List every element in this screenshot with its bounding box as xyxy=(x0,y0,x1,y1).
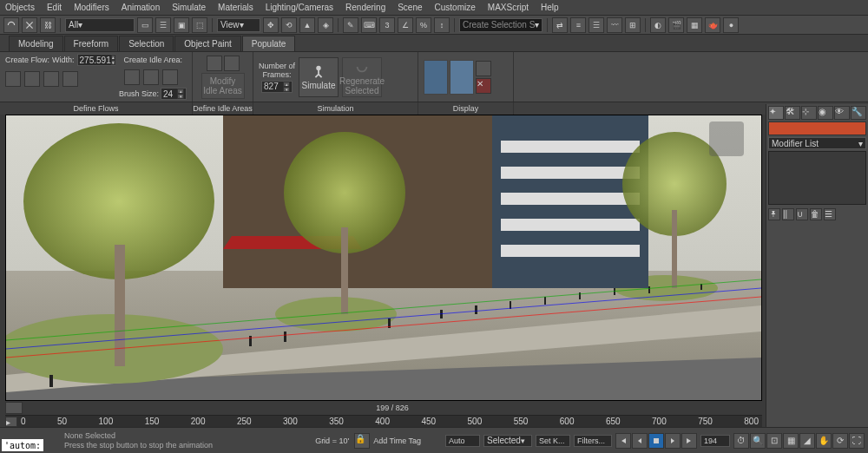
orbit-icon[interactable]: ⟳ xyxy=(832,433,848,449)
display-panel-tab-icon[interactable]: 👁 xyxy=(834,106,850,120)
layer-icon[interactable]: ☰ xyxy=(589,17,604,33)
menu-lighting[interactable]: Lighting/Cameras xyxy=(266,3,333,12)
pan-icon[interactable]: ✋ xyxy=(816,433,832,449)
flow-tool-2-icon[interactable] xyxy=(24,71,40,87)
modifier-list-dropdown[interactable]: Modifier List▾ xyxy=(768,137,866,149)
named-selection-combo[interactable]: Create Selection S▾ xyxy=(459,18,542,32)
time-slider[interactable]: 199 / 826 xyxy=(5,401,762,415)
idle-tool-1-icon[interactable] xyxy=(124,69,140,85)
unlink-icon[interactable] xyxy=(22,17,37,33)
object-color-swatch[interactable] xyxy=(768,121,866,135)
brush-size-spinner[interactable]: 24▴▾ xyxy=(161,88,187,100)
bind-icon[interactable]: ⛓ xyxy=(40,17,56,33)
zoom-extents-icon[interactable]: ▦ xyxy=(783,433,799,449)
render-icon[interactable]: 🫖 xyxy=(705,17,720,33)
select-name-icon[interactable]: ☰ xyxy=(155,17,171,33)
time-config-icon[interactable]: ⏱ xyxy=(733,433,749,449)
key-mode-combo[interactable]: Selected ▾ xyxy=(483,435,532,447)
create-panel-tab-icon[interactable]: ✦ xyxy=(768,106,784,120)
group-title-idle[interactable]: Define Idle Areas ▾ xyxy=(193,102,253,115)
schematic-icon[interactable]: ⊞ xyxy=(625,17,641,33)
render-setup-icon[interactable]: 🎬 xyxy=(668,17,684,33)
material-editor-icon[interactable]: ◐ xyxy=(650,17,666,33)
scale-icon[interactable]: ▲ xyxy=(299,17,315,33)
width-spinner[interactable]: 275.591▴▾ xyxy=(77,54,115,66)
add-time-tag[interactable]: Add Time Tag xyxy=(373,437,421,445)
goto-end-icon[interactable] xyxy=(681,433,697,449)
menu-edit[interactable]: Edit xyxy=(47,3,62,12)
setkey-button[interactable]: Set K... xyxy=(536,435,570,447)
tab-objectpaint[interactable]: Object Paint xyxy=(174,36,240,51)
render-frame-icon[interactable]: ▦ xyxy=(687,17,702,33)
tab-selection[interactable]: Selection xyxy=(119,36,174,51)
display-delete-icon[interactable]: ✕ xyxy=(476,78,491,94)
select-region-icon[interactable]: ▣ xyxy=(174,17,189,33)
current-frame-field[interactable]: 194 xyxy=(700,435,730,447)
move-icon[interactable]: ✥ xyxy=(263,17,279,33)
idle-tool-2-icon[interactable] xyxy=(143,69,159,85)
menu-objects[interactable]: Objects xyxy=(5,3,35,12)
maximize-viewport-icon[interactable]: ⛶ xyxy=(849,433,865,449)
key-filters-button[interactable]: Filters... xyxy=(574,435,612,447)
keyboard-icon[interactable]: ⌨ xyxy=(361,17,377,33)
time-slider-thumb[interactable] xyxy=(5,402,23,414)
link-icon[interactable] xyxy=(3,17,19,33)
play-stop-icon[interactable] xyxy=(648,433,664,449)
curve-editor-icon[interactable]: 〰 xyxy=(607,17,622,33)
flow-tool-4-icon[interactable] xyxy=(62,71,78,87)
fov-icon[interactable]: ◢ xyxy=(799,433,815,449)
simulate-button[interactable]: Simulate xyxy=(299,57,339,97)
flow-tool-3-icon[interactable] xyxy=(43,71,59,87)
window-crossing-icon[interactable]: ⬚ xyxy=(192,17,207,33)
maxscript-listener[interactable]: 'autom: xyxy=(2,439,43,451)
menu-materials[interactable]: Materials xyxy=(218,3,253,12)
select-icon[interactable]: ▭ xyxy=(137,17,153,33)
goto-start-icon[interactable] xyxy=(615,433,631,449)
motion-panel-tab-icon[interactable]: ◉ xyxy=(818,106,833,120)
rotate-icon[interactable]: ⟲ xyxy=(281,17,297,33)
flow-tool-1-icon[interactable] xyxy=(5,71,21,87)
track-bar[interactable]: ▸ 050100 150200250 300350400 450500550 6… xyxy=(5,415,762,427)
next-frame-icon[interactable] xyxy=(665,433,681,449)
frames-spinner[interactable]: 827▴▾ xyxy=(261,81,293,93)
idle-shape-2-icon[interactable] xyxy=(224,56,240,71)
zoom-icon[interactable]: 🔍 xyxy=(750,433,766,449)
spinner-snap-icon[interactable]: ↕ xyxy=(434,17,450,33)
display-opt-1-icon[interactable] xyxy=(476,61,491,76)
tab-freeform[interactable]: Freeform xyxy=(64,36,119,51)
trackbar-toggle-icon[interactable]: ▸ xyxy=(5,417,17,427)
mirror-icon[interactable]: ⇄ xyxy=(552,17,568,33)
lock-icon[interactable]: 🔒 xyxy=(354,433,370,449)
coord-system-combo[interactable]: View▾ xyxy=(217,18,260,32)
viewport[interactable] xyxy=(5,115,762,401)
menu-modifiers[interactable]: Modifiers xyxy=(74,3,109,12)
tab-modeling[interactable]: Modeling xyxy=(9,36,63,51)
menu-simulate[interactable]: Simulate xyxy=(172,3,206,12)
render-prod-icon[interactable]: ● xyxy=(723,17,739,33)
idle-tool-3-icon[interactable] xyxy=(162,69,178,85)
modify-panel-tab-icon[interactable]: 🛠 xyxy=(785,106,800,120)
manipulate-icon[interactable]: ✎ xyxy=(343,17,358,33)
hierarchy-panel-tab-icon[interactable]: ⊹ xyxy=(801,106,817,120)
menu-animation[interactable]: Animation xyxy=(122,3,160,12)
pin-stack-icon[interactable]: 🖈 xyxy=(768,208,780,220)
menu-help[interactable]: Help xyxy=(541,3,559,12)
snap-icon[interactable]: 3 xyxy=(379,17,395,33)
menu-customize[interactable]: Customize xyxy=(435,3,476,12)
configure-icon[interactable]: ☰ xyxy=(824,208,836,220)
zoom-all-icon[interactable]: ⊡ xyxy=(766,433,782,449)
ref-coord-icon[interactable]: ◈ xyxy=(318,17,333,33)
make-unique-icon[interactable]: ∪ xyxy=(796,208,808,220)
remove-mod-icon[interactable]: 🗑 xyxy=(810,208,822,220)
menu-scene[interactable]: Scene xyxy=(398,3,422,12)
menu-maxscript[interactable]: MAXScript xyxy=(488,3,529,12)
prev-frame-icon[interactable] xyxy=(632,433,648,449)
autokey-button[interactable]: Auto xyxy=(445,435,480,447)
idle-shape-1-icon[interactable] xyxy=(207,56,222,71)
display-stick-icon[interactable] xyxy=(450,60,474,95)
percent-snap-icon[interactable]: % xyxy=(416,17,431,33)
show-end-icon[interactable]: || xyxy=(782,208,794,220)
modifier-stack[interactable] xyxy=(768,151,866,205)
align-icon[interactable]: ≡ xyxy=(570,17,586,33)
tab-populate[interactable]: Populate xyxy=(242,36,295,51)
